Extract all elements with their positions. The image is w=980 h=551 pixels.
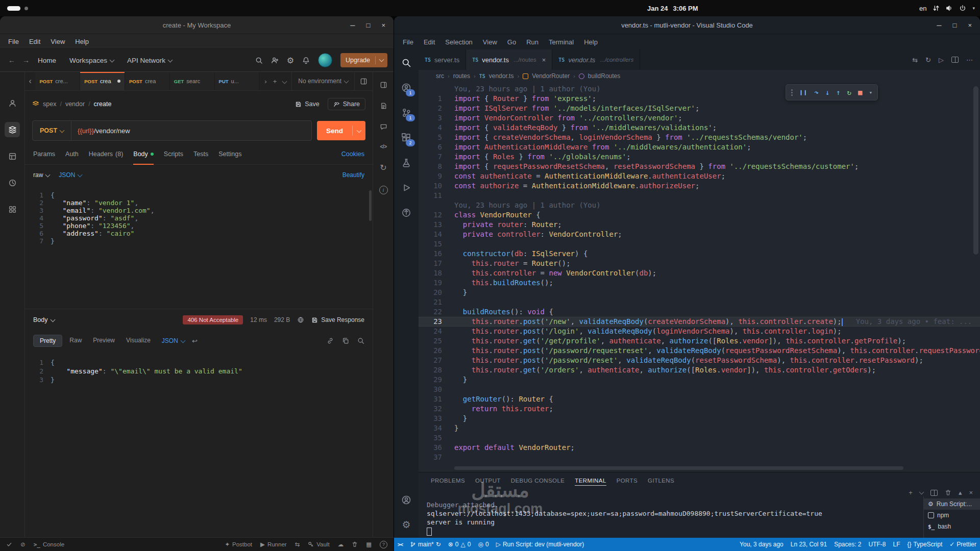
restart-icon[interactable]: ↻ (847, 88, 851, 96)
tab-scripts[interactable]: Scripts (164, 144, 183, 164)
menu-item[interactable]: File (4, 36, 23, 47)
panel-tab[interactable]: PROBLEMS (427, 474, 469, 487)
notifications-bell-icon[interactable] (302, 57, 310, 64)
apps-grid-icon[interactable] (5, 202, 20, 217)
response-view-tab[interactable]: Visualize (122, 335, 155, 347)
nav-home[interactable]: Home (38, 57, 56, 64)
step-out-icon[interactable]: ↑ (836, 88, 840, 96)
tab-body[interactable]: Body (133, 144, 154, 164)
tab-settings[interactable]: Settings (218, 144, 241, 164)
maximize-panel-icon[interactable]: ▴ (959, 489, 962, 496)
tab-scroll-right-icon[interactable]: › (264, 78, 266, 85)
editor-scrollbar[interactable] (369, 190, 372, 221)
ports-item[interactable]: ◎0 (474, 538, 492, 551)
request-tab[interactable]: POSTcre... (35, 72, 80, 90)
new-tab-button[interactable]: + (273, 78, 277, 85)
console-button[interactable]: >_ Console (34, 541, 64, 548)
language-mode-item[interactable]: {} TypeScript (904, 538, 946, 551)
nav-workspaces[interactable]: Workspaces (69, 57, 114, 64)
info-icon[interactable]: i (379, 186, 388, 194)
terminal-profile-chevron-icon[interactable] (919, 489, 924, 494)
search-icon[interactable] (357, 337, 364, 344)
vertical-scrollbar[interactable] (973, 86, 978, 255)
editor-tab-active[interactable]: TS vendor.ts .../routes × (466, 49, 552, 70)
workspace-indicator[interactable] (24, 7, 28, 10)
body-language-select[interactable]: JSON (59, 171, 82, 179)
tab-headers[interactable]: Headers (8) (89, 144, 124, 164)
indentation-item[interactable]: Spaces: 2 (830, 538, 865, 551)
terminal-cursor-line[interactable] (427, 527, 923, 538)
menu-item[interactable]: View (478, 36, 502, 48)
menu-item[interactable]: Help (579, 36, 602, 48)
accounts-icon[interactable]: 1 (398, 80, 414, 96)
menu-item[interactable]: Go (503, 36, 521, 48)
status-ok-icon[interactable] (6, 541, 12, 547)
menu-item[interactable]: Selection (440, 36, 477, 48)
panel-tab[interactable]: PORTS (612, 474, 642, 487)
maximize-button[interactable]: □ (366, 21, 371, 29)
tab-scroll-left-icon[interactable]: ‹ (25, 72, 35, 90)
close-panel-icon[interactable]: × (969, 489, 973, 496)
invite-user-icon[interactable] (271, 57, 279, 64)
history-icon[interactable] (5, 175, 20, 190)
workspace-indicator-active[interactable] (7, 6, 20, 11)
menu-item[interactable]: Edit (25, 36, 44, 47)
problems-item[interactable]: ⊗0 △0 (445, 538, 475, 551)
two-pane-icon[interactable]: ▦ (366, 541, 372, 548)
blocked-icon[interactable]: ⊘ (20, 541, 26, 548)
more-actions-icon[interactable]: ⋯ (966, 56, 973, 64)
stop-icon[interactable]: ■ (858, 88, 862, 96)
vscode-titlebar[interactable]: vendor.ts - mutli-vendor - Visual Studio… (394, 16, 980, 34)
settings-gear-icon[interactable]: ⚙ (287, 56, 294, 65)
layout-icon[interactable] (380, 81, 387, 89)
user-icon[interactable] (5, 95, 20, 111)
menu-item[interactable]: Run (522, 36, 543, 48)
minimize-button[interactable]: ─ (350, 21, 355, 29)
split-terminal-icon[interactable] (930, 490, 938, 496)
terminal-session-run-script[interactable]: ⚙ Run Script:... (924, 498, 980, 510)
new-terminal-icon[interactable]: + (909, 489, 913, 496)
menu-item[interactable]: Help (71, 36, 93, 47)
refresh-icon[interactable]: ↻ (380, 163, 386, 172)
request-tab-active[interactable]: POSTcrea (80, 72, 125, 90)
terminal-session-bash[interactable]: $_ bash (924, 521, 980, 532)
step-over-icon[interactable]: ↷ (814, 88, 818, 96)
back-icon[interactable]: ← (8, 56, 15, 64)
panel-tab[interactable]: TERMINAL (571, 474, 610, 487)
extensions-icon[interactable]: 2 (398, 130, 414, 146)
account-profile-icon[interactable] (398, 492, 414, 508)
debug-session-chevron-icon[interactable]: ▾ (869, 89, 872, 96)
response-view-tab[interactable]: Pretty (33, 335, 62, 347)
tab-auth[interactable]: Auth (65, 144, 79, 164)
close-button[interactable]: × (381, 21, 385, 29)
source-control-icon[interactable]: 1 (398, 105, 414, 121)
remote-explorer-icon[interactable] (398, 205, 414, 221)
method-select[interactable]: POST (33, 121, 71, 140)
close-button[interactable]: × (968, 21, 972, 29)
help-icon[interactable]: ? (380, 541, 387, 548)
tab-options-chevron-icon[interactable] (282, 79, 287, 84)
environment-selector[interactable]: No environment (291, 72, 354, 90)
vault-button[interactable]: Vault (308, 541, 329, 547)
panel-tab[interactable]: GITLENS (644, 474, 678, 487)
runner-button[interactable]: ▶Runner (260, 541, 287, 548)
request-body-editor[interactable]: 1{2 "name": "vendor 1",3 "email": "vendo… (25, 185, 373, 309)
beautify-link[interactable]: Beautify (342, 171, 364, 179)
user-avatar[interactable] (318, 53, 332, 67)
menu-item[interactable]: Terminal (544, 36, 578, 48)
code-editor[interactable]: ❙❙ ↷ ↓ ↑ ↻ ■ ▾ You, 23 hours ago | 1 aut… (419, 82, 980, 472)
request-tab[interactable]: PUTu... (215, 72, 260, 90)
save-response-button[interactable]: Save Response (311, 316, 364, 323)
response-body-viewer[interactable]: 1{2 "message": "\"email\" must be a vali… (25, 351, 373, 537)
body-type-select[interactable]: raw (33, 171, 50, 179)
response-body-select[interactable]: Body (33, 316, 55, 323)
response-view-tab[interactable]: Raw (65, 335, 86, 347)
run-file-icon[interactable]: ▷ (939, 56, 944, 64)
cursor-position-item[interactable]: Ln 23, Col 91 (787, 538, 830, 551)
postman-titlebar[interactable]: create - My Workspace ─ □ × (0, 16, 394, 34)
request-tab[interactable]: POSTcrea (125, 72, 170, 90)
cloud-icon[interactable]: ☁ (338, 541, 344, 548)
breadcrumb[interactable]: spex/ vendor/ create (32, 101, 111, 108)
panel-tab[interactable]: DEBUG CONSOLE (507, 474, 569, 487)
upgrade-button[interactable]: Upgrade (340, 53, 387, 67)
